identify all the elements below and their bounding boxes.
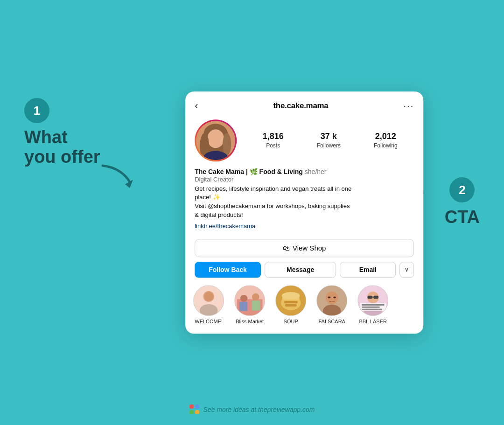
following-label: Following (374, 142, 398, 149)
highlight-label-welcome: WELCOME! (195, 319, 223, 324)
svg-rect-34 (373, 296, 378, 299)
svg-point-15 (240, 295, 248, 302)
pronouns: she/her (305, 168, 327, 175)
annotation-2-title: CTA (445, 207, 480, 227)
instagram-card: ‹ the.cake.mama ··· (185, 91, 423, 334)
profile-section: 1,816 Posts 37 k Followers 2,012 Followi… (185, 117, 423, 168)
highlight-label-falscara: FALSCARA (318, 319, 345, 324)
stats-row: 1,816 Posts 37 k Followers 2,012 Followi… (246, 132, 414, 149)
annotation-1: 1 What you offer (24, 98, 100, 167)
highlights-row: WELCOME! Bliss Market (185, 285, 423, 324)
highlight-label-soup: SOUP (284, 319, 298, 324)
highlight-welcome[interactable]: WELCOME! (192, 285, 225, 324)
avatar-container (195, 119, 237, 161)
highlight-bbl[interactable]: BBL LASER (356, 285, 390, 324)
message-button[interactable]: Message (265, 262, 336, 278)
badge-1: 1 (24, 98, 49, 123)
footer: See more ideas at thepreviewapp.com (0, 404, 504, 415)
stat-following: 2,012 Following (374, 132, 398, 149)
annotation-1-title: What you offer (24, 128, 100, 167)
highlight-label-bliss: Bliss Market (236, 319, 264, 324)
email-button[interactable]: Email (340, 262, 396, 278)
highlight-label-bbl: BBL LASER (359, 319, 387, 324)
followers-count: 37 k (321, 132, 337, 141)
highlight-bliss[interactable]: Bliss Market (233, 285, 266, 324)
stat-followers: 37 k Followers (317, 132, 341, 149)
svg-point-26 (326, 292, 338, 304)
follow-back-button[interactable]: Follow Back (195, 262, 261, 278)
svg-rect-17 (239, 302, 247, 311)
posts-label: Posts (266, 142, 280, 149)
chevron-down-icon: ∨ (405, 266, 409, 273)
svg-rect-39 (362, 309, 382, 310)
highlight-circle-falscara (316, 285, 347, 316)
svg-point-28 (328, 296, 330, 298)
avatar (196, 121, 235, 160)
svg-point-7 (223, 133, 231, 155)
card-header: ‹ the.cake.mama ··· (185, 91, 423, 117)
highlight-falscara[interactable]: FALSCARA (315, 285, 349, 324)
arrow-left-icon (98, 161, 135, 189)
posts-count: 1,816 (263, 132, 284, 141)
highlight-circle-bbl (357, 285, 388, 316)
svg-point-16 (252, 293, 259, 301)
svg-point-24 (282, 292, 300, 300)
username-label: the.cake.mama (273, 101, 329, 111)
annotation-2: 2 CTA (445, 177, 480, 227)
stat-posts: 1,816 Posts (263, 132, 284, 149)
svg-rect-23 (285, 304, 297, 307)
svg-rect-35 (372, 296, 373, 298)
badge-2: 2 (449, 177, 475, 202)
highlight-circle-welcome (193, 285, 224, 316)
highlight-soup[interactable]: SOUP (274, 285, 308, 324)
view-shop-label: View Shop (293, 244, 326, 252)
svg-rect-38 (362, 307, 380, 308)
svg-rect-18 (252, 300, 260, 310)
followers-label: Followers (317, 142, 341, 149)
svg-point-5 (207, 129, 224, 148)
footer-text: See more ideas at thepreviewapp.com (203, 406, 315, 413)
display-name: The Cake Mama | 🌿 Food & Living she/her (195, 168, 414, 175)
highlight-circle-soup (275, 285, 306, 316)
following-count: 2,012 (375, 132, 396, 141)
svg-rect-37 (362, 304, 384, 306)
avatar-ring (195, 119, 237, 161)
bio-category: Digital Creator (195, 176, 414, 183)
more-options-button[interactable]: ··· (404, 100, 414, 111)
back-button[interactable]: ‹ (195, 100, 198, 112)
preview-app-icon (189, 404, 200, 415)
bio-text: Get recipes, lifestyle inspiration and v… (195, 185, 414, 220)
bio-section: The Cake Mama | 🌿 Food & Living she/her … (185, 168, 423, 236)
bio-link[interactable]: linktr.ee/thecakemama (195, 223, 414, 230)
svg-point-12 (204, 292, 213, 301)
svg-rect-22 (284, 301, 298, 303)
highlight-circle-bliss (234, 285, 265, 316)
dropdown-button[interactable]: ∨ (399, 262, 414, 278)
view-shop-button[interactable]: 🛍 View Shop (195, 239, 414, 257)
svg-point-29 (333, 296, 336, 298)
action-buttons: Follow Back Message Email ∨ (185, 262, 423, 285)
shop-icon: 🛍 (283, 244, 290, 252)
svg-rect-33 (368, 296, 373, 299)
